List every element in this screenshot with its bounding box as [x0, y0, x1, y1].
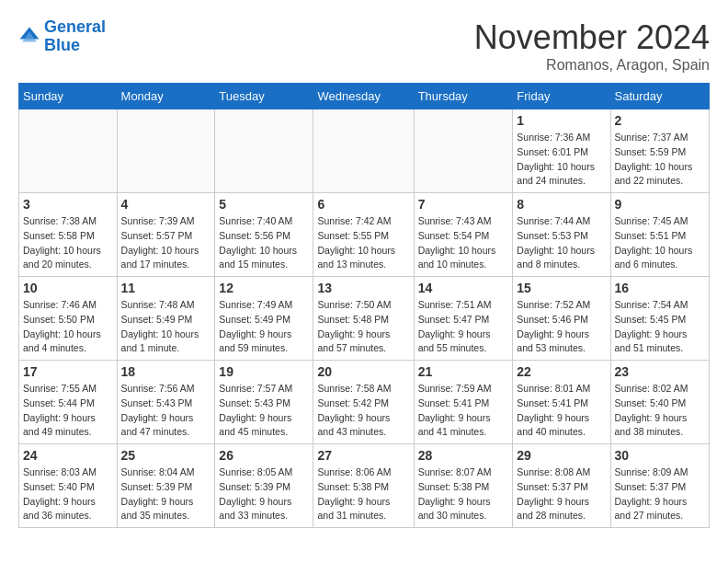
day-info: Sunrise: 7:43 AM Sunset: 5:54 PM Dayligh… — [418, 214, 509, 272]
day-info: Sunrise: 7:49 AM Sunset: 5:49 PM Dayligh… — [219, 298, 309, 356]
day-info: Sunrise: 8:06 AM Sunset: 5:38 PM Dayligh… — [317, 465, 409, 523]
calendar-cell: 29Sunrise: 8:08 AM Sunset: 5:37 PM Dayli… — [513, 444, 610, 528]
day-info: Sunrise: 7:52 AM Sunset: 5:46 PM Dayligh… — [517, 298, 606, 356]
day-info: Sunrise: 7:40 AM Sunset: 5:56 PM Dayligh… — [219, 214, 309, 272]
day-number: 5 — [219, 197, 309, 212]
calendar-cell: 10Sunrise: 7:46 AM Sunset: 5:50 PM Dayli… — [19, 277, 118, 361]
day-number: 18 — [121, 364, 211, 379]
calendar-cell: 27Sunrise: 8:06 AM Sunset: 5:38 PM Dayli… — [313, 444, 414, 528]
day-info: Sunrise: 7:58 AM Sunset: 5:42 PM Dayligh… — [317, 382, 409, 440]
day-number: 23 — [615, 364, 705, 379]
day-info: Sunrise: 7:51 AM Sunset: 5:47 PM Dayligh… — [418, 298, 509, 356]
calendar-cell: 4Sunrise: 7:39 AM Sunset: 5:57 PM Daylig… — [117, 193, 215, 277]
day-number: 12 — [219, 281, 309, 295]
day-number: 6 — [317, 197, 409, 212]
day-info: Sunrise: 8:01 AM Sunset: 5:41 PM Dayligh… — [517, 382, 606, 440]
day-info: Sunrise: 7:46 AM Sunset: 5:50 PM Dayligh… — [23, 298, 113, 356]
day-number: 28 — [418, 448, 509, 463]
calendar-cell: 6Sunrise: 7:42 AM Sunset: 5:55 PM Daylig… — [313, 193, 414, 277]
week-row-0: 1Sunrise: 7:36 AM Sunset: 6:01 PM Daylig… — [19, 109, 710, 193]
calendar-header-wednesday: Wednesday — [313, 84, 414, 109]
week-row-1: 3Sunrise: 7:38 AM Sunset: 5:58 PM Daylig… — [19, 193, 710, 277]
week-row-3: 17Sunrise: 7:55 AM Sunset: 5:44 PM Dayli… — [19, 361, 710, 444]
calendar-header-friday: Friday — [513, 84, 610, 109]
day-info: Sunrise: 8:03 AM Sunset: 5:40 PM Dayligh… — [23, 465, 113, 523]
day-info: Sunrise: 7:36 AM Sunset: 6:01 PM Dayligh… — [517, 131, 606, 189]
calendar-cell: 3Sunrise: 7:38 AM Sunset: 5:58 PM Daylig… — [19, 193, 118, 277]
calendar-cell: 20Sunrise: 7:58 AM Sunset: 5:42 PM Dayli… — [313, 361, 414, 444]
calendar-header-thursday: Thursday — [414, 84, 513, 109]
day-info: Sunrise: 7:38 AM Sunset: 5:58 PM Dayligh… — [23, 214, 113, 272]
day-number: 22 — [517, 364, 606, 379]
day-number: 14 — [418, 281, 509, 295]
day-number: 10 — [23, 281, 113, 295]
day-info: Sunrise: 8:04 AM Sunset: 5:39 PM Dayligh… — [121, 465, 211, 523]
calendar-cell: 15Sunrise: 7:52 AM Sunset: 5:46 PM Dayli… — [513, 277, 610, 361]
calendar-cell — [19, 109, 118, 193]
calendar-cell: 12Sunrise: 7:49 AM Sunset: 5:49 PM Dayli… — [215, 277, 313, 361]
month-title: November 2024 — [474, 18, 710, 57]
day-info: Sunrise: 7:55 AM Sunset: 5:44 PM Dayligh… — [23, 382, 113, 440]
location: Romanos, Aragon, Spain — [474, 57, 710, 74]
day-number: 9 — [615, 197, 705, 212]
calendar-header-sunday: Sunday — [19, 84, 118, 109]
day-info: Sunrise: 7:54 AM Sunset: 5:45 PM Dayligh… — [615, 298, 705, 356]
calendar-cell: 24Sunrise: 8:03 AM Sunset: 5:40 PM Dayli… — [19, 444, 118, 528]
calendar-cell: 21Sunrise: 7:59 AM Sunset: 5:41 PM Dayli… — [414, 361, 513, 444]
day-info: Sunrise: 8:07 AM Sunset: 5:38 PM Dayligh… — [418, 465, 509, 523]
calendar-cell — [414, 109, 513, 193]
calendar-header-saturday: Saturday — [610, 84, 709, 109]
week-row-2: 10Sunrise: 7:46 AM Sunset: 5:50 PM Dayli… — [19, 277, 710, 361]
calendar-cell: 23Sunrise: 8:02 AM Sunset: 5:40 PM Dayli… — [610, 361, 709, 444]
calendar-cell: 22Sunrise: 8:01 AM Sunset: 5:41 PM Dayli… — [513, 361, 610, 444]
day-info: Sunrise: 7:39 AM Sunset: 5:57 PM Dayligh… — [121, 214, 211, 272]
calendar-header-monday: Monday — [117, 84, 215, 109]
calendar-cell: 14Sunrise: 7:51 AM Sunset: 5:47 PM Dayli… — [414, 277, 513, 361]
calendar-cell — [313, 109, 414, 193]
title-section: November 2024 Romanos, Aragon, Spain — [474, 18, 710, 74]
calendar-cell — [215, 109, 313, 193]
logo: General Blue — [18, 18, 106, 55]
day-number: 2 — [615, 113, 705, 128]
day-info: Sunrise: 8:09 AM Sunset: 5:37 PM Dayligh… — [615, 465, 705, 523]
calendar-cell: 11Sunrise: 7:48 AM Sunset: 5:49 PM Dayli… — [117, 277, 215, 361]
day-number: 7 — [418, 197, 509, 212]
logo-line2: Blue — [44, 36, 80, 54]
calendar-cell: 26Sunrise: 8:05 AM Sunset: 5:39 PM Dayli… — [215, 444, 313, 528]
calendar-table: SundayMondayTuesdayWednesdayThursdayFrid… — [18, 83, 710, 528]
day-number: 24 — [23, 448, 113, 463]
day-number: 29 — [517, 448, 606, 463]
header: General Blue November 2024 Romanos, Arag… — [18, 18, 710, 74]
calendar-cell: 8Sunrise: 7:44 AM Sunset: 5:53 PM Daylig… — [513, 193, 610, 277]
calendar-cell: 7Sunrise: 7:43 AM Sunset: 5:54 PM Daylig… — [414, 193, 513, 277]
day-number: 16 — [615, 281, 705, 295]
calendar-cell: 13Sunrise: 7:50 AM Sunset: 5:48 PM Dayli… — [313, 277, 414, 361]
day-number: 19 — [219, 364, 309, 379]
calendar-cell: 18Sunrise: 7:56 AM Sunset: 5:43 PM Dayli… — [117, 361, 215, 444]
day-number: 25 — [121, 448, 211, 463]
day-info: Sunrise: 7:37 AM Sunset: 5:59 PM Dayligh… — [615, 131, 705, 189]
logo-line1: General — [44, 17, 106, 36]
calendar-cell: 9Sunrise: 7:45 AM Sunset: 5:51 PM Daylig… — [610, 193, 709, 277]
calendar-header-row: SundayMondayTuesdayWednesdayThursdayFrid… — [19, 84, 710, 109]
calendar-cell: 17Sunrise: 7:55 AM Sunset: 5:44 PM Dayli… — [19, 361, 118, 444]
day-number: 17 — [23, 364, 113, 379]
week-row-4: 24Sunrise: 8:03 AM Sunset: 5:40 PM Dayli… — [19, 444, 710, 528]
day-info: Sunrise: 7:44 AM Sunset: 5:53 PM Dayligh… — [517, 214, 606, 272]
day-number: 27 — [317, 448, 409, 463]
day-info: Sunrise: 7:50 AM Sunset: 5:48 PM Dayligh… — [317, 298, 409, 356]
day-number: 13 — [317, 281, 409, 295]
day-info: Sunrise: 7:45 AM Sunset: 5:51 PM Dayligh… — [615, 214, 705, 272]
calendar-cell: 19Sunrise: 7:57 AM Sunset: 5:43 PM Dayli… — [215, 361, 313, 444]
day-number: 20 — [317, 364, 409, 379]
calendar-cell: 1Sunrise: 7:36 AM Sunset: 6:01 PM Daylig… — [513, 109, 610, 193]
calendar-cell — [117, 109, 215, 193]
day-info: Sunrise: 7:57 AM Sunset: 5:43 PM Dayligh… — [219, 382, 309, 440]
calendar-header-tuesday: Tuesday — [215, 84, 313, 109]
day-number: 21 — [418, 364, 509, 379]
day-number: 30 — [615, 448, 705, 463]
day-number: 26 — [219, 448, 309, 463]
calendar-cell: 25Sunrise: 8:04 AM Sunset: 5:39 PM Dayli… — [117, 444, 215, 528]
logo-icon — [18, 26, 40, 48]
day-info: Sunrise: 7:59 AM Sunset: 5:41 PM Dayligh… — [418, 382, 509, 440]
